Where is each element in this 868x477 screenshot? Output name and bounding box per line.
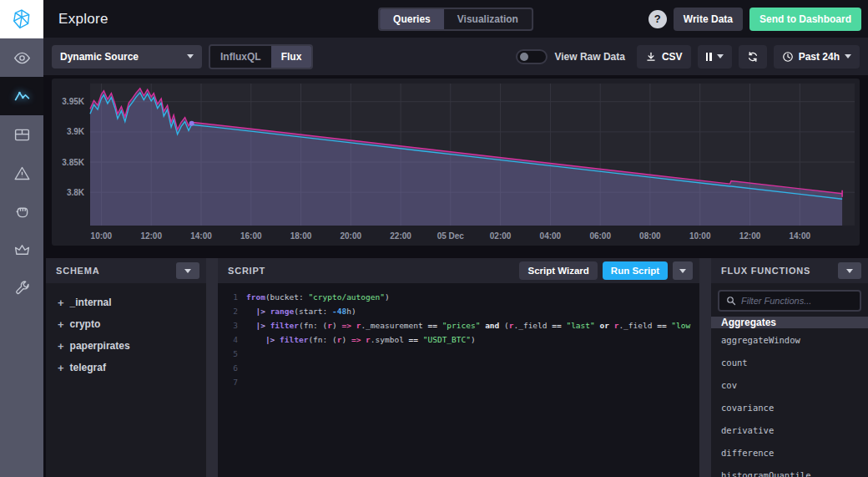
schema-item-crypto[interactable]: +crypto — [46, 313, 206, 335]
sidebar-item-pulse[interactable] — [0, 77, 43, 115]
schema-item-internal[interactable]: +_internal — [46, 292, 206, 313]
svg-text:10:00: 10:00 — [689, 231, 711, 241]
code-line — [246, 375, 699, 389]
pulse-icon — [13, 88, 31, 105]
run-script-options-button[interactable] — [673, 261, 693, 280]
toolbar-right: View Raw Data CSV — [516, 45, 860, 69]
download-csv-button[interactable]: CSV — [637, 45, 691, 69]
line-number: 3 — [218, 318, 238, 332]
svg-text:22:00: 22:00 — [390, 231, 411, 241]
panel-resize-handle[interactable] — [206, 258, 218, 477]
tab-queries[interactable]: Queries — [380, 9, 444, 29]
expand-plus-icon[interactable]: + — [58, 362, 64, 374]
view-raw-data-toggle[interactable] — [516, 49, 548, 64]
filter-functions-input[interactable] — [741, 296, 853, 306]
toggle-knob — [520, 53, 528, 61]
refresh-button[interactable] — [739, 45, 767, 69]
schema-item-label: paperpirates — [70, 340, 130, 352]
panel-resize-handle[interactable] — [699, 258, 711, 477]
code-line — [246, 347, 699, 361]
chevron-down-icon — [679, 269, 686, 273]
script-panel: SCRIPT Script Wizard Run Script 1234567 … — [218, 258, 699, 477]
sidebar-item-wrench[interactable] — [0, 269, 43, 307]
flux-function-difference[interactable]: difference — [711, 441, 868, 464]
dashboards-icon — [13, 126, 31, 144]
svg-text:20:00: 20:00 — [341, 231, 362, 241]
svg-text:16:00: 16:00 — [240, 231, 262, 241]
svg-text:18:00: 18:00 — [290, 231, 312, 241]
code-line: |> range(start: -48h) — [246, 304, 699, 318]
svg-text:04:00: 04:00 — [540, 231, 562, 241]
page-header: Explore QueriesVisualization ? Write Dat… — [43, 0, 868, 38]
line-number: 7 — [218, 375, 238, 389]
sidebar-nav — [0, 38, 43, 307]
time-series-graph[interactable]: 3.8K3.85K3.9K3.95K10:0012:0014:0016:0018… — [52, 79, 860, 246]
explore-toolbar: Dynamic Source InfluxQLFlux View Raw Dat… — [43, 38, 868, 75]
tab-visualization[interactable]: Visualization — [444, 9, 532, 29]
search-icon — [726, 296, 736, 306]
sidebar-item-fist[interactable] — [0, 192, 43, 231]
chevron-down-icon — [184, 269, 191, 273]
editor-code: from(bucket: "crypto/autogen") |> range(… — [246, 290, 699, 477]
flux-category-aggregates[interactable]: Aggregates — [711, 317, 868, 328]
graph-canvas[interactable]: 3.8K3.85K3.9K3.95K10:0012:0014:0016:0018… — [52, 79, 860, 246]
sidebar-item-crown[interactable] — [0, 231, 43, 269]
sidebar-item-alert-triangle[interactable] — [0, 154, 43, 192]
code-line — [246, 361, 699, 375]
script-wizard-button[interactable]: Script Wizard — [519, 261, 597, 280]
run-script-button[interactable]: Run Script — [603, 261, 668, 280]
flux-function-cov[interactable]: cov — [711, 373, 868, 396]
pause-icon — [706, 53, 712, 61]
write-data-button[interactable]: Write Data — [674, 8, 743, 31]
svg-text:14:00: 14:00 — [190, 231, 212, 241]
chevron-down-icon — [187, 54, 194, 58]
lang-option-flux[interactable]: Flux — [271, 46, 312, 68]
svg-text:06:00: 06:00 — [589, 231, 611, 241]
svg-text:08:00: 08:00 — [639, 231, 661, 241]
schema-item-telegraf[interactable]: +telegraf — [46, 357, 206, 378]
svg-text:05 Dec: 05 Dec — [437, 231, 465, 241]
lang-option-influxql[interactable]: InfluxQL — [210, 46, 271, 68]
flux-function-histogramQuantile[interactable]: histogramQuantile — [711, 464, 868, 477]
svg-text:12:00: 12:00 — [739, 231, 761, 241]
source-dropdown[interactable]: Dynamic Source — [52, 45, 202, 69]
svg-text:3.8K: 3.8K — [67, 188, 85, 197]
query-language-toggle: InfluxQLFlux — [209, 44, 313, 69]
sidebar-item-eye[interactable] — [0, 38, 43, 77]
flux-function-covariance[interactable]: covariance — [711, 396, 868, 419]
schema-panel-title: SCHEMA — [56, 266, 99, 276]
pause-dropdown-button[interactable] — [698, 45, 732, 69]
expand-plus-icon[interactable]: + — [58, 318, 64, 331]
schema-collapse-button[interactable] — [176, 262, 199, 279]
code-line: from(bucket: "crypto/autogen") — [246, 290, 699, 304]
queries-visualization-tabs: QueriesVisualization — [378, 8, 533, 31]
schema-item-paperpirates[interactable]: +paperpirates — [46, 335, 206, 357]
svg-text:10:00: 10:00 — [91, 231, 113, 241]
sidebar-item-dashboards[interactable] — [0, 115, 43, 154]
flux-code-editor[interactable]: 1234567 from(bucket: "crypto/autogen") |… — [218, 283, 699, 477]
expand-plus-icon[interactable]: + — [58, 297, 64, 309]
expand-plus-icon[interactable]: + — [58, 340, 64, 353]
flux-search-box — [718, 290, 861, 312]
line-number: 1 — [218, 290, 238, 304]
flux-collapse-button[interactable] — [838, 262, 861, 279]
chevron-down-icon — [845, 54, 851, 58]
page-title: Explore — [43, 11, 108, 28]
svg-text:3.85K: 3.85K — [62, 158, 84, 167]
send-to-dashboard-button[interactable]: Send to Dashboard — [749, 8, 861, 31]
flux-function-count[interactable]: count — [711, 351, 868, 373]
svg-text:3.9K: 3.9K — [67, 127, 85, 136]
bottom-panels: SCHEMA +_internal+crypto+paperpirates+te… — [43, 258, 868, 477]
schema-item-label: telegraf — [70, 362, 106, 373]
chronograf-logo[interactable] — [0, 0, 43, 38]
flux-function-derivative[interactable]: derivative — [711, 419, 868, 441]
refresh-icon — [747, 51, 759, 63]
script-header-buttons: Script Wizard Run Script — [519, 261, 693, 280]
main-area: Explore QueriesVisualization ? Write Dat… — [43, 0, 868, 477]
schema-panel: SCHEMA +_internal+crypto+paperpirates+te… — [46, 258, 206, 477]
help-button[interactable]: ? — [648, 10, 667, 28]
flux-function-aggregateWindow[interactable]: aggregateWindow — [711, 328, 868, 351]
fist-icon — [13, 203, 31, 221]
flux-panel-header: FLUX FUNCTIONS — [711, 258, 868, 283]
time-range-dropdown[interactable]: Past 24h — [774, 45, 860, 69]
